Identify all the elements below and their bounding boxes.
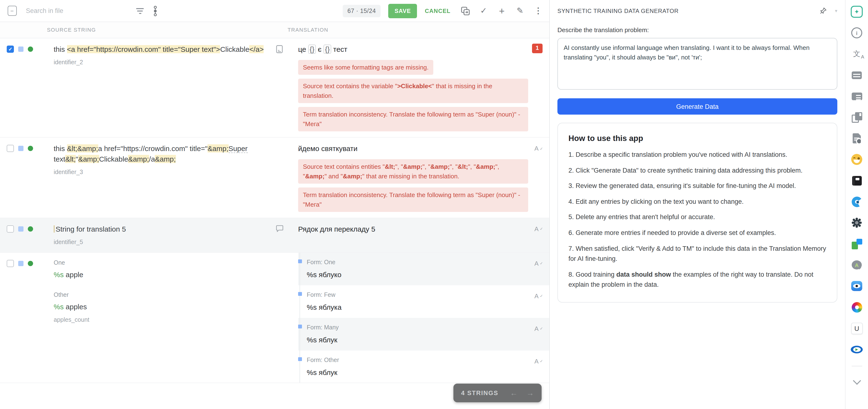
strings-count-pill[interactable]: 4 STRINGS ← → [454,384,541,402]
edit-pencil-icon[interactable]: ✎ [515,5,525,16]
howto-card: How to use this app 1. Describe a specif… [557,123,837,302]
source-cell[interactable]: this &lt;&amp;a href="https://crowdin.co… [54,138,276,218]
translation-text[interactable]: %s яблук [307,335,528,345]
comments-icon[interactable] [850,68,863,82]
row-checkbox[interactable] [7,225,14,233]
search-input[interactable] [25,7,130,15]
pin-icon[interactable] [819,7,827,15]
editor-toolbar: − 67 · 15/24 SAVE CANCEL [0,0,549,22]
other-translations-icon[interactable] [850,111,863,124]
commit-history-icon[interactable] [150,5,161,16]
approve-check-icon[interactable]: ✓ [478,5,489,16]
translation-cell[interactable]: Рядок для перекладу 5 A✓ [294,218,549,252]
qa-issues-badge[interactable]: 1 [532,43,542,53]
translation-cell[interactable]: це {} є {} тест 1 Seems like some format… [294,38,549,137]
spellcheck-icon[interactable]: A✓ [534,258,542,266]
source-cell[interactable]: One %s apple Other %s apples apples_coun… [54,253,276,383]
howto-step: 1. Describe a specific translation probl… [568,150,826,160]
translation-text[interactable]: %s яблук [307,367,528,378]
machine-translation-icon[interactable]: 文A [850,48,863,60]
document-context-icon[interactable] [276,47,283,55]
howto-step: 2. Click "Generate Data" to create synth… [568,165,826,175]
string-identifier: identifier_3 [54,168,276,176]
app-panel-title: SYNTHETIC TRAINING DATA GENERATOR [557,7,679,14]
howto-step: 8. Good training data should show the ex… [568,269,826,290]
spellcheck-icon[interactable]: A✓ [534,143,542,151]
problem-description-textarea[interactable]: AI constantly use informal language when… [557,38,837,90]
prev-strings-icon[interactable]: ← [510,389,518,397]
context-article-icon[interactable] [850,90,863,103]
qa-error-message: Term translation inconsistency. Translat… [298,107,528,132]
plural-form-label: Other [54,291,276,299]
string-details-icon[interactable] [850,132,863,145]
spellcheck-icon[interactable]: A✓ [534,224,542,231]
column-headers: SOURCE STRING TRANSLATION [0,22,549,38]
string-row[interactable]: this &lt;&amp;a href="https://crowdin.co… [0,138,549,218]
source-string-text: %s apples [54,301,276,312]
row-checkbox[interactable] [7,145,14,152]
plural-translation-form[interactable]: Form: Many %s яблук A✓ [298,318,549,350]
spellcheck-icon[interactable]: A✓ [534,355,542,363]
generate-data-button[interactable]: Generate Data [557,98,837,115]
source-string-text: this <a href="https://crowdin.com" title… [54,44,276,55]
qa-error-message: Seems like some formatting tags are miss… [298,60,434,75]
translation-cell[interactable]: йдемо святкувати A✓ Source text contains… [294,138,549,218]
apps-rail: ✦ i 文A A U ▶ [845,0,868,409]
describe-problem-label: Describe the translation problem: [557,26,837,34]
translation-text[interactable]: Рядок для перекладу 5 [298,225,375,233]
gear-app-icon[interactable] [850,216,863,229]
translated-status-dot [28,261,33,266]
language-bubble-app-icon[interactable]: A [850,258,863,271]
spellcheck-icon[interactable]: A✓ [534,291,542,298]
translation-text[interactable]: йдемо святкувати [298,145,358,153]
letter-u-app-icon[interactable]: U [850,322,863,335]
source-column-header: SOURCE STRING [47,27,96,33]
plural-translation-form[interactable]: Form: Few %s яблука A✓ [298,285,549,318]
translated-status-dot [28,226,33,232]
ai-data-generator-icon[interactable]: ✦ [850,5,863,18]
translation-text[interactable]: %s яблука [307,302,528,313]
plural-form-label: Form: Many [307,323,528,331]
info-icon[interactable]: i [850,26,863,39]
text-caret [54,225,55,233]
string-row[interactable]: One %s apple Other %s apples apples_coun… [0,253,549,383]
eye-logo-app-icon[interactable]: ▶ [850,343,863,356]
plural-translation-form[interactable]: Form: Other %s яблук A✓ [298,350,549,383]
form-marker [298,292,302,296]
add-string-icon[interactable]: + [497,5,507,16]
row-checkbox[interactable] [7,260,14,267]
string-identifier: identifier_2 [54,58,276,67]
source-cell[interactable]: String for translation 5 identifier_5 [54,218,276,252]
plural-translation-form[interactable]: Form: One %s яблуко A✓ [298,253,549,285]
glossary-book-app-icon[interactable] [850,174,863,187]
approval-status-square [18,226,24,232]
cancel-button[interactable]: CANCEL [422,4,454,18]
color-wheel-app-icon[interactable] [850,301,863,314]
spellcheck-icon[interactable]: A✓ [534,323,542,330]
copy-source-icon[interactable] [460,5,471,16]
panel-collapse-chevron-icon[interactable]: ▾ [835,8,837,13]
string-row[interactable]: this <a href="https://crowdin.com" title… [0,38,549,138]
approval-status-square [18,261,24,266]
save-button[interactable]: SAVE [388,4,417,18]
integrations-puzzle-app-icon[interactable] [850,237,863,250]
filter-icon[interactable] [135,5,145,16]
next-strings-icon[interactable]: → [526,389,534,397]
crowdin-editor-window: − 67 · 15/24 SAVE CANCEL [0,0,868,409]
row-checkbox[interactable] [7,46,14,53]
source-cell[interactable]: this <a href="https://crowdin.com" title… [54,38,276,137]
chevron-down-icon[interactable] [850,375,863,387]
translation-text[interactable]: це {} є {} тест [298,45,347,54]
collapse-sidebar-icon[interactable]: − [7,5,17,16]
blue-arc-app-icon[interactable] [850,195,863,208]
comment-bubble-icon[interactable] [276,225,283,234]
source-string-text: String for translation 5 [54,224,276,234]
qa-error-message: Term translation inconsistency. Translat… [298,187,528,212]
translation-text[interactable]: %s яблуко [307,269,528,280]
smiley-app-icon[interactable] [850,153,863,166]
string-row[interactable]: String for translation 5 identifier_5 Ря… [0,218,549,253]
preview-eye-app-icon[interactable] [850,280,863,292]
form-marker [298,357,302,361]
more-menu-icon[interactable]: ⋮ [533,5,544,16]
app-panel: SYNTHETIC TRAINING DATA GENERATOR ▾ Desc… [550,0,845,409]
